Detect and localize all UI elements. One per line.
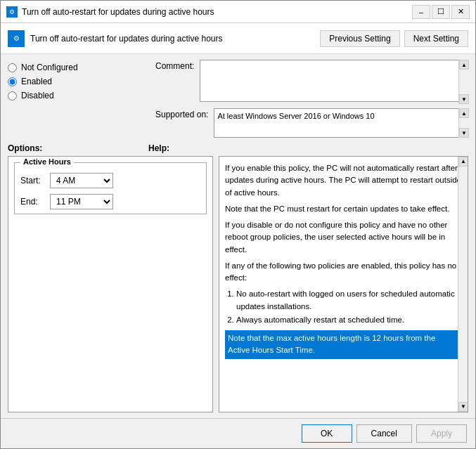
end-select[interactable]: 11 PM 12 AM1 AM2 AM3 AM 4 AM5 AM6 AM7 AM… (50, 194, 113, 209)
supported-scroll-up[interactable]: ▲ (459, 108, 469, 118)
comment-label: Comment: (155, 60, 194, 71)
disabled-radio[interactable] (8, 91, 17, 100)
previous-setting-button[interactable]: Previous Setting (320, 30, 399, 47)
help-para2: Note that the PC must restart for certai… (225, 203, 462, 215)
main-content: Not Configured Enabled Disabled Comment: (1, 54, 475, 418)
help-para4: If any of the following two policies are… (225, 260, 462, 285)
comment-input[interactable] (200, 60, 468, 102)
header-bar: ⚙ Turn off auto-restart for updates duri… (1, 23, 475, 54)
supported-scroll-down[interactable]: ▼ (459, 128, 469, 138)
ok-button[interactable]: OK (302, 424, 352, 443)
radio-group: Not Configured Enabled Disabled (8, 63, 148, 100)
options-panel: Active Hours Start: 4 AM 12 AM1 AM2 AM3 … (8, 156, 213, 412)
apply-button[interactable]: Apply (416, 424, 467, 443)
minimize-button[interactable]: – (412, 5, 430, 19)
bottom-panels: Active Hours Start: 4 AM 12 AM1 AM2 AM3 … (8, 156, 468, 412)
header-icon: ⚙ (8, 30, 25, 47)
disabled-label: Disabled (21, 91, 54, 100)
end-row: End: 11 PM 12 AM1 AM2 AM3 AM 4 AM5 AM6 A… (20, 194, 200, 209)
help-para1: If you enable this policy, the PC will n… (225, 162, 462, 199)
start-label: Start: (20, 176, 46, 186)
help-list-item-2: Always automatically restart at schedule… (236, 314, 462, 326)
not-configured-label: Not Configured (21, 63, 78, 72)
left-panel: Not Configured Enabled Disabled (8, 60, 148, 138)
footer: OK Cancel Apply (1, 418, 475, 448)
help-list: No auto-restart with logged on users for… (225, 288, 462, 326)
enabled-label: Enabled (21, 77, 52, 86)
maximize-button[interactable]: ☐ (432, 5, 450, 19)
help-list-item-1: No auto-restart with logged on users for… (236, 288, 462, 313)
help-para3: If you disable or do not configure this … (225, 219, 462, 256)
options-section-label: Options: (8, 143, 148, 153)
help-scroll-down[interactable]: ▼ (458, 402, 468, 412)
right-panel: Comment: ▲ ▼ Supported on: At least Wind… (155, 60, 468, 138)
enabled-option[interactable]: Enabled (8, 77, 148, 86)
supported-row: Supported on: At least Windows Server 20… (155, 108, 468, 138)
active-hours-group: Active Hours Start: 4 AM 12 AM1 AM2 AM3 … (14, 162, 207, 214)
help-section-label: Help: (148, 143, 468, 153)
help-panel: If you enable this policy, the PC will n… (219, 156, 468, 412)
help-highlighted: Note that the max active hours length is… (225, 330, 462, 359)
top-section: Not Configured Enabled Disabled Comment: (8, 60, 468, 138)
window-title: Turn off auto-restart for updates during… (22, 7, 412, 17)
end-label: End: (20, 197, 46, 207)
supported-value: At least Windows Server 2016 or Windows … (214, 108, 468, 138)
enabled-radio[interactable] (8, 77, 17, 86)
main-window: ⚙ Turn off auto-restart for updates duri… (0, 0, 476, 449)
supported-label: Supported on: (155, 108, 208, 119)
comment-scroll-down[interactable]: ▼ (459, 94, 469, 104)
close-button[interactable]: ✕ (451, 5, 470, 19)
title-bar: ⚙ Turn off auto-restart for updates duri… (1, 1, 475, 23)
comment-row: Comment: ▲ ▼ (155, 60, 468, 104)
comment-scroll-up[interactable]: ▲ (459, 60, 469, 70)
start-row: Start: 4 AM 12 AM1 AM2 AM3 AM 5 AM6 AM7 … (20, 173, 200, 188)
disabled-option[interactable]: Disabled (8, 91, 148, 100)
sections-row: Options: Help: (8, 143, 468, 153)
next-setting-button[interactable]: Next Setting (404, 30, 468, 47)
not-configured-radio[interactable] (8, 63, 17, 72)
active-hours-legend: Active Hours (20, 157, 74, 166)
cancel-button[interactable]: Cancel (356, 424, 412, 443)
window-icon: ⚙ (6, 6, 18, 18)
title-bar-controls: – ☐ ✕ (412, 5, 470, 19)
not-configured-option[interactable]: Not Configured (8, 63, 148, 72)
header-buttons: Previous Setting Next Setting (320, 30, 468, 47)
help-scroll-up[interactable]: ▲ (458, 157, 468, 167)
start-select[interactable]: 4 AM 12 AM1 AM2 AM3 AM 5 AM6 AM7 AM8 AM … (50, 173, 113, 188)
header-title: Turn off auto-restart for updates during… (30, 34, 320, 44)
